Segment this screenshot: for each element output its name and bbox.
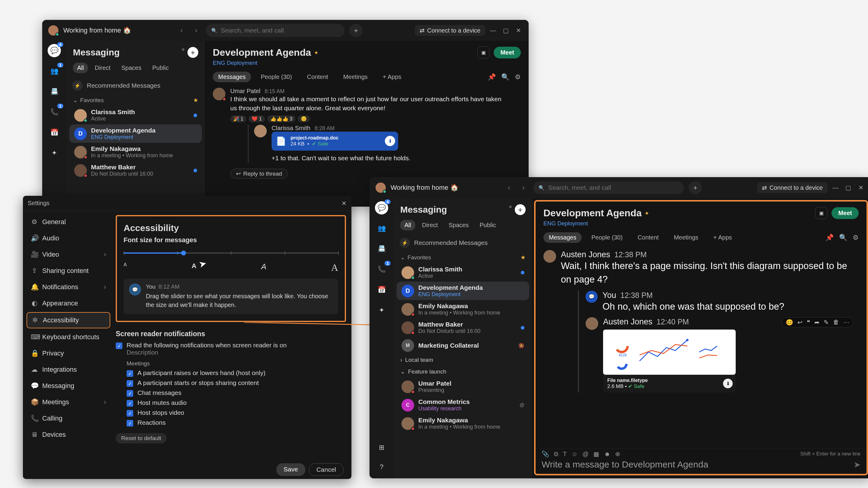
chat-team-link[interactable]: ENG Deployment [544, 220, 859, 227]
file-attachment[interactable]: 📄 project-roadmap.doc 24 KB • ✔ Safe ⬇ [272, 132, 398, 151]
meet-button[interactable]: Meet [832, 207, 859, 219]
emoji-icon[interactable]: ☺ [571, 451, 578, 458]
pill-direct[interactable]: Direct [418, 220, 442, 230]
connect-device-button[interactable]: ⇄Connect to a device [415, 25, 485, 36]
nav-sharing[interactable]: ⇪Sharing content [27, 263, 110, 278]
pill-spaces[interactable]: Spaces [444, 220, 473, 230]
tab-people[interactable]: People (30) [255, 72, 297, 82]
tab-messages[interactable]: Messages [213, 72, 251, 82]
tab-apps[interactable]: + Apps [708, 232, 738, 243]
pill-all[interactable]: All [400, 220, 415, 230]
edit-icon[interactable]: ✎ [824, 319, 829, 326]
font-size-slider[interactable]: ➤ [124, 248, 338, 260]
image-attachment[interactable]: 4228 [603, 330, 736, 375]
convo-dev-agenda[interactable]: D Development AgendaENG Deployment [397, 282, 529, 300]
meet-button[interactable]: Meet [494, 47, 521, 59]
rail-calls-icon[interactable]: 📞1 [48, 105, 61, 119]
reply-thread-button[interactable]: ↩ Reply to thread [230, 169, 288, 178]
favorites-header[interactable]: ⌄Favorites★ [66, 94, 205, 106]
self-avatar[interactable] [375, 183, 386, 193]
checkbox-mute[interactable]: ✓Host mutes audio [127, 399, 346, 407]
self-avatar[interactable] [48, 25, 59, 36]
bitmoji-icon[interactable]: ☻ [604, 451, 610, 458]
nav-privacy[interactable]: 🔒Privacy [27, 346, 110, 361]
reset-button[interactable]: Reset to default [116, 433, 167, 444]
nav-forward[interactable]: › [191, 26, 201, 35]
status-pill[interactable]: Working from home 🏠 [63, 27, 131, 34]
star-icon[interactable]: ★ [314, 50, 318, 56]
pill-public[interactable]: Public [475, 220, 500, 230]
compose-button[interactable]: ＋ [515, 204, 526, 215]
maximize-button[interactable]: ▢ [843, 183, 853, 193]
tab-content[interactable]: Content [302, 72, 334, 82]
search-bar[interactable]: 🔍 [533, 181, 684, 194]
recommended-row[interactable]: ⚡Recommended Messages [394, 234, 532, 252]
rail-help-icon[interactable]: ? [375, 460, 388, 474]
nav-notifications[interactable]: 🔔Notifications› [27, 280, 110, 295]
filter-button[interactable]: ≡ [182, 47, 184, 58]
search-chat-icon[interactable]: 🔍 [839, 234, 847, 241]
rail-teams-icon[interactable]: 👥 [375, 222, 388, 235]
screenshot-icon[interactable]: ⧉ [554, 451, 558, 458]
rail-calls-icon[interactable]: 📞1 [375, 263, 388, 276]
convo-matthew[interactable]: Matthew BakerDo Not Disturb until 16:00 [397, 318, 529, 337]
convo-common-metrics[interactable]: C Common MetricsUsability research @ [397, 396, 529, 414]
rail-calendar-icon[interactable]: 📅 [375, 283, 388, 296]
more-icon[interactable]: ⋯ [843, 319, 849, 326]
close-icon[interactable]: ✕ [341, 200, 347, 207]
convo-umar[interactable]: Umar PatelPresenting [397, 378, 529, 396]
compose-placeholder[interactable]: Write a message to Development Agenda [541, 459, 708, 469]
convo-emily[interactable]: Emily NakagawaIn a meeting • Working fro… [69, 143, 202, 161]
pill-spaces[interactable]: Spaces [117, 63, 146, 73]
nav-back[interactable]: ‹ [177, 26, 187, 35]
nav-meetings[interactable]: 📦Meetings› [27, 395, 110, 410]
mention-icon[interactable]: @ [583, 451, 589, 458]
panel-toggle-icon[interactable]: ▣ [477, 46, 490, 59]
chat-team-link[interactable]: ENG Deployment [213, 60, 521, 66]
nav-calling[interactable]: 📞Calling [27, 411, 110, 426]
recommended-row[interactable]: ⚡ Recommended Messages [66, 77, 205, 94]
nav-accessibility[interactable]: ✲Accessibility [27, 312, 110, 328]
rail-more-icon[interactable]: ✦ [375, 304, 388, 317]
checkbox-screen-reader[interactable]: ✓ Read the following notifications when … [116, 341, 346, 356]
settings-icon[interactable]: ⚙ [515, 73, 521, 81]
pin-icon[interactable]: 📌 [488, 73, 496, 81]
rail-calendar-icon[interactable]: 📅 [48, 126, 61, 139]
tab-apps[interactable]: + Apps [377, 72, 407, 82]
rail-messaging-icon[interactable]: 💬4 [48, 44, 61, 57]
convo-clarissa[interactable]: Clarissa SmithActive [69, 106, 202, 124]
convo-clarissa[interactable]: Clarissa SmithActive [397, 263, 529, 282]
convo-marketing[interactable]: M Marketing Collateral 🔕 [397, 337, 529, 354]
cancel-button[interactable]: Cancel [309, 463, 344, 476]
quote-icon[interactable]: ❝ [807, 319, 810, 326]
convo-matthew[interactable]: Matthew BakerDo Not Disturb until 16:00 [69, 161, 202, 180]
new-action-button[interactable]: ＋ [689, 181, 702, 194]
tab-people[interactable]: People (30) [586, 232, 628, 243]
tab-content[interactable]: Content [632, 232, 664, 243]
close-button[interactable]: ✕ [856, 183, 866, 193]
nav-general[interactable]: ⚙General [27, 215, 110, 230]
delete-icon[interactable]: 🗑 [833, 319, 839, 326]
nav-back[interactable]: ‹ [504, 183, 514, 193]
rail-more-icon[interactable]: ✦ [48, 147, 61, 160]
nav-keyboard[interactable]: ⌨Keyboard shortcuts [27, 330, 110, 345]
status-pill[interactable]: Working from home 🏠 [391, 184, 458, 192]
minimize-button[interactable]: — [831, 183, 840, 193]
nav-devices[interactable]: 🖥Devices [27, 427, 110, 442]
pill-all[interactable]: All [73, 63, 88, 73]
save-button[interactable]: Save [276, 463, 305, 476]
rail-messaging-icon[interactable]: 💬4 [375, 201, 388, 215]
local-team-header[interactable]: ›Local team [394, 354, 532, 366]
search-bar[interactable]: 🔍 [206, 24, 344, 37]
filter-button[interactable]: ≡ [509, 204, 512, 215]
feature-launch-header[interactable]: ⌄Feature launch [394, 366, 532, 378]
checkbox-chat[interactable]: ✓Chat messages [127, 389, 346, 397]
pin-icon[interactable]: 📌 [826, 234, 834, 241]
nav-audio[interactable]: 🔊Audio [27, 231, 110, 246]
star-icon[interactable]: ★ [645, 210, 649, 216]
rail-contacts-icon[interactable]: 📇 [48, 85, 61, 98]
panel-toggle-icon[interactable]: ▣ [815, 207, 827, 219]
nav-messaging[interactable]: 💬Messaging [27, 378, 110, 393]
tab-messages[interactable]: Messages [544, 232, 582, 243]
minimize-button[interactable]: — [488, 26, 498, 35]
